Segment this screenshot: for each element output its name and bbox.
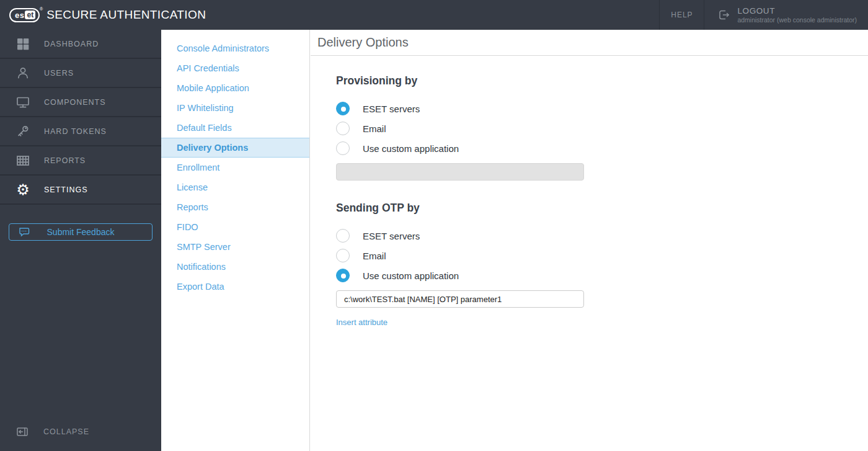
logged-in-user: administrator (web console administrator… [737,16,857,24]
page-header: Delivery Options [311,30,868,56]
eset-logo: es et ® [9,8,40,22]
settings-menu-item[interactable]: Notifications [161,257,309,277]
settings-menu-item-label: API Credentials [177,63,239,73]
settings-menu-item-label: Console Administrators [177,43,269,53]
registered-mark: ® [40,7,43,11]
eset-logo-text: es [15,11,24,20]
collapse-label: COLLAPSE [43,427,89,436]
radio-button[interactable] [336,229,350,243]
settings-menu-item[interactable]: Reports [161,197,309,217]
logout-label: LOGOUT [737,6,857,16]
settings-menu-item[interactable]: API Credentials [161,58,309,78]
sidebar-item-label: USERS [44,69,74,78]
settings-menu-item-label: Notifications [177,262,226,272]
settings-menu-item[interactable]: FIDO [161,217,309,237]
settings-menu-item-label: IP Whitelisting [177,103,234,113]
radio-button[interactable] [336,269,350,282]
settings-menu-item-label: Export Data [177,282,224,292]
radio-button[interactable] [336,122,350,135]
otp-radio-option[interactable]: Email [336,249,868,262]
radio-label: Email [363,251,386,261]
otp-radio-option[interactable]: Use custom application [336,269,868,282]
settings-menu-item[interactable]: Export Data [161,277,309,297]
settings-gear-icon: ⚙ [14,182,32,198]
settings-menu-item[interactable]: License [161,177,309,197]
radio-button[interactable] [336,249,350,262]
settings-menu-item-label: Reports [177,202,208,212]
settings-menu-item[interactable]: Console Administrators [161,38,309,58]
sidebar-spacer [0,241,161,426]
main-sidebar: DASHBOARD USERS COMPONENTS HARD TOKENS R… [0,30,161,451]
settings-menu-item-label: FIDO [177,222,198,232]
provisioning-custom-app-input [336,163,584,181]
dashboard-icon [14,36,32,52]
settings-menu-item[interactable]: Default Fields [161,118,309,138]
eset-logo-text-boxed: et [25,11,35,19]
sidebar-item[interactable]: HARD TOKENS [0,117,161,146]
app-title: SECURE AUTHENTICATION [46,8,206,22]
brand-area: es et ® SECURE AUTHENTICATION [0,0,206,30]
sidebar-item-label: SETTINGS [44,185,88,194]
insert-attribute-link[interactable]: Insert attribute [336,318,388,327]
collapse-arrow-icon [16,426,30,437]
provisioning-radio-option[interactable]: Use custom application [336,141,868,155]
settings-menu-item[interactable]: SMTP Server [161,237,309,257]
sidebar-item-label: REPORTS [44,156,86,165]
provisioning-heading: Provisioning by [336,74,868,87]
submit-feedback-label: Submit Feedback [9,227,152,237]
radio-label: Use custom application [363,143,459,154]
provisioning-radio-option[interactable]: Email [336,122,868,135]
radio-button[interactable] [336,102,350,115]
settings-menu-item-label: License [177,182,208,192]
feedback-bubble-icon [19,227,30,240]
sidebar-item-label: COMPONENTS [44,98,106,107]
sidebar-item[interactable]: ⚙ SETTINGS [0,176,161,205]
submit-feedback-button[interactable]: Submit Feedback [9,223,153,241]
logout-icon [717,8,730,22]
otp-radio-option[interactable]: ESET servers [336,229,868,243]
radio-label: ESET servers [363,104,420,114]
otp-heading: Sending OTP by [336,202,868,215]
radio-label: Email [363,123,386,134]
help-button[interactable]: HELP [659,0,704,30]
sidebar-item[interactable]: REPORTS [0,146,161,176]
main-content: Delivery Options Provisioning by ESET se… [311,30,868,451]
settings-menu-item[interactable]: IP Whitelisting [161,98,309,118]
otp-custom-app-input[interactable] [336,290,584,308]
settings-menu-item-label: Default Fields [177,123,232,133]
components-icon [14,94,32,110]
reports-icon [14,153,32,169]
top-bar: es et ® SECURE AUTHENTICATION HELP LOGOU… [0,0,868,30]
settings-menu-item-label: Delivery Options [177,143,248,153]
radio-label: ESET servers [363,231,420,241]
users-icon [14,65,32,81]
radio-label: Use custom application [363,270,459,281]
sidebar-item[interactable]: USERS [0,59,161,88]
settings-menu-item[interactable]: Delivery Options [161,138,309,158]
settings-menu-item[interactable]: Mobile Application [161,78,309,98]
provisioning-section: Provisioning by ESET servers Email Use c… [336,74,868,181]
sidebar-item-label: HARD TOKENS [44,127,107,136]
settings-menu-item-label: Enrollment [177,163,219,172]
settings-menu-item-label: Mobile Application [177,83,249,93]
otp-section: Sending OTP by ESET servers Email Use cu… [336,202,868,328]
page-title: Delivery Options [317,35,409,50]
hard-tokens-icon [14,123,32,140]
sidebar-item-label: DASHBOARD [44,40,99,48]
sidebar-item[interactable]: DASHBOARD [0,30,161,59]
logout-button[interactable]: LOGOUT administrator (web console admini… [704,0,868,30]
provisioning-radio-option[interactable]: ESET servers [336,102,868,115]
settings-submenu: Console Administrators API Credentials M… [161,30,310,451]
settings-menu-item-label: SMTP Server [177,242,231,252]
sidebar-item[interactable]: COMPONENTS [0,88,161,117]
collapse-sidebar-button[interactable]: COLLAPSE [0,426,161,451]
radio-button[interactable] [336,141,350,155]
settings-menu-item[interactable]: Enrollment [161,158,309,177]
